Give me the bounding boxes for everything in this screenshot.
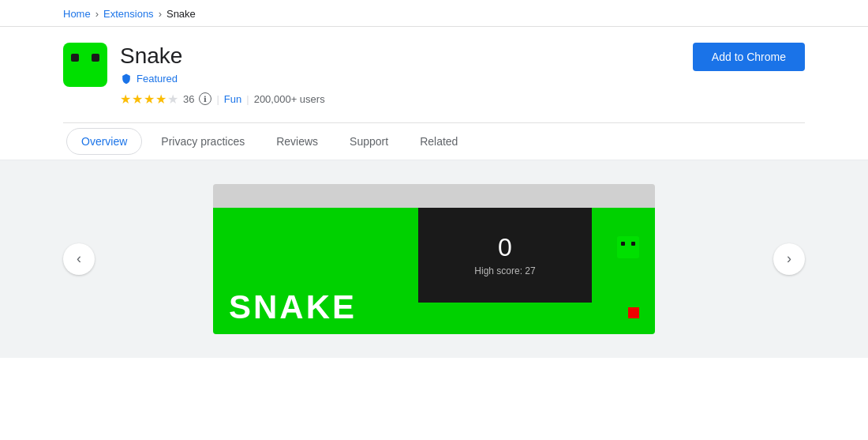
- breadcrumb-current: Snake: [166, 8, 196, 20]
- breadcrumb: Home › Extensions › Snake: [0, 0, 868, 27]
- tab-support[interactable]: Support: [334, 124, 404, 159]
- screenshot-score: 0: [498, 233, 512, 262]
- app-header: Snake Featured ★ ★ ★ ★ ★ 36 ℹ | F: [0, 27, 868, 107]
- app-info: Snake Featured ★ ★ ★ ★ ★ 36 ℹ | F: [120, 43, 325, 107]
- rating-row: ★ ★ ★ ★ ★ 36 ℹ | Fun | 200,000+ users: [120, 92, 325, 107]
- add-to-chrome-button[interactable]: Add to Chrome: [693, 43, 805, 71]
- carousel-prev-button[interactable]: ‹: [63, 243, 95, 275]
- mini-snake-eye-left: [621, 242, 625, 246]
- user-count: 200,000+ users: [254, 93, 325, 105]
- featured-badge: Featured: [120, 73, 325, 85]
- screenshot-inner: SNAKE 0 High score: 27: [213, 184, 655, 334]
- breadcrumb-home[interactable]: Home: [63, 8, 91, 20]
- app-icon: [63, 43, 107, 87]
- rating-info-icon[interactable]: ℹ: [199, 92, 211, 105]
- breadcrumb-sep-1: ›: [95, 8, 99, 20]
- tab-privacy[interactable]: Privacy practices: [145, 124, 260, 159]
- screenshot-snake-text: SNAKE: [229, 288, 357, 326]
- star-3: ★: [144, 92, 155, 107]
- rating-count: 36: [183, 93, 194, 105]
- screenshot-game-area: SNAKE 0 High score: 27: [213, 208, 655, 334]
- featured-label: Featured: [137, 73, 178, 85]
- carousel-next-button[interactable]: ›: [773, 243, 805, 275]
- tab-reviews[interactable]: Reviews: [260, 124, 334, 159]
- app-title: Snake: [120, 43, 325, 70]
- star-4: ★: [155, 92, 166, 107]
- content-area: ‹ SNAKE 0 High score: 27: [0, 160, 868, 358]
- snake-eye-right-icon: [92, 54, 99, 62]
- nav-tabs: Overview Privacy practices Reviews Suppo…: [0, 123, 868, 160]
- breadcrumb-extensions[interactable]: Extensions: [103, 8, 154, 20]
- featured-badge-icon: [120, 73, 133, 85]
- divider-vertical-2: |: [246, 93, 249, 105]
- snake-eye-left-icon: [71, 54, 79, 62]
- tab-related[interactable]: Related: [404, 124, 473, 159]
- divider-vertical: |: [216, 93, 219, 105]
- screenshot-mini-snake: [617, 236, 639, 258]
- tab-overview[interactable]: Overview: [66, 128, 142, 155]
- mini-snake-eye-right: [631, 242, 635, 246]
- app-header-left: Snake Featured ★ ★ ★ ★ ★ 36 ℹ | F: [63, 43, 325, 107]
- stars: ★ ★ ★ ★ ★: [120, 92, 178, 107]
- screenshot-food: [628, 307, 639, 318]
- star-1: ★: [120, 92, 131, 107]
- breadcrumb-sep-2: ›: [159, 8, 162, 20]
- screenshot-high-score: High score: 27: [474, 265, 535, 276]
- star-2: ★: [132, 92, 143, 107]
- star-5: ★: [167, 92, 178, 107]
- screenshot-wrapper: SNAKE 0 High score: 27: [213, 184, 655, 334]
- screenshot-score-overlay: 0 High score: 27: [418, 208, 592, 303]
- screenshot-topbar: [213, 184, 655, 208]
- screenshot-carousel: ‹ SNAKE 0 High score: 27: [63, 184, 805, 334]
- category-tag[interactable]: Fun: [224, 93, 241, 105]
